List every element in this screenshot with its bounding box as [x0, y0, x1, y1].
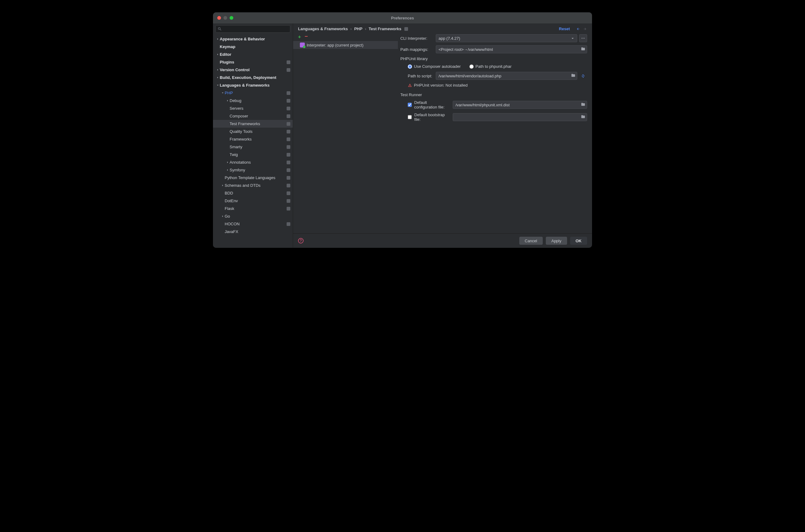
sidebar-item-label: PHP — [225, 91, 287, 95]
window-title: Preferences — [391, 16, 414, 20]
default-config-browse-button[interactable] — [581, 102, 585, 108]
sidebar-item-dotenv[interactable]: DotEnv — [213, 197, 293, 205]
preferences-window: Preferences Appearance & BehaviorKeymapE… — [213, 12, 592, 248]
sidebar-item-test-frameworks[interactable]: Test Frameworks — [213, 120, 293, 128]
project-badge-icon — [287, 114, 290, 118]
sidebar-item-frameworks[interactable]: Frameworks — [213, 135, 293, 143]
composer-autoloader-radio-input[interactable] — [408, 64, 412, 69]
project-badge-icon — [287, 222, 290, 226]
sidebar-item-appearance-behavior[interactable]: Appearance & Behavior — [213, 35, 293, 43]
sidebar-item-label: Languages & Frameworks — [220, 83, 290, 88]
composer-autoloader-radio[interactable]: Use Composer autoloader — [408, 64, 461, 69]
cli-interpreter-browse-button[interactable] — [579, 34, 587, 42]
sidebar-item-quality-tools[interactable]: Quality Tools — [213, 128, 293, 135]
sidebar-item-version-control[interactable]: Version Control — [213, 66, 293, 74]
crumb-php[interactable]: PHP — [354, 26, 362, 31]
project-badge-icon — [404, 27, 408, 31]
project-badge-icon — [287, 160, 290, 164]
list-item-label: Interpreter: app (current project) — [307, 43, 363, 48]
remove-button[interactable]: − — [305, 34, 308, 40]
sidebar-item-plugins[interactable]: Plugins — [213, 58, 293, 66]
interpreter-list-item[interactable]: Interpreter: app (current project) — [293, 41, 398, 49]
sidebar-item-label: Schemas and DTDs — [225, 183, 287, 188]
path-mappings-label: Path mappings: — [400, 47, 436, 52]
sidebar-item-label: Annotations — [230, 160, 287, 165]
list-toolbar: + − — [293, 33, 398, 41]
default-bootstrap-browse-button[interactable] — [581, 115, 585, 120]
path-to-script-input[interactable] — [436, 72, 577, 80]
sidebar-item-twig[interactable]: Twig — [213, 151, 293, 158]
sidebar-item-annotations[interactable]: Annotations — [213, 158, 293, 166]
default-config-checkbox[interactable] — [408, 103, 412, 107]
ok-button[interactable]: OK — [570, 237, 588, 245]
project-badge-icon — [287, 68, 290, 72]
sidebar-item-keymap[interactable]: Keymap — [213, 43, 293, 51]
folder-icon — [581, 47, 585, 51]
sidebar-item-flask[interactable]: Flask — [213, 205, 293, 212]
sidebar-item-composer[interactable]: Composer — [213, 112, 293, 120]
help-button[interactable]: ? — [298, 238, 304, 244]
crumb-test-frameworks: Test Frameworks — [369, 26, 401, 31]
sidebar-item-servers[interactable]: Servers — [213, 104, 293, 112]
project-badge-icon — [287, 60, 290, 64]
sidebar-item-hocon[interactable]: HOCON — [213, 220, 293, 228]
default-bootstrap-input[interactable] — [453, 113, 587, 121]
project-badge-icon — [287, 153, 290, 156]
phar-path-radio[interactable]: Path to phpunit.phar — [469, 64, 512, 69]
phpunit-status-text: PHPUnit version: Not installed — [414, 83, 467, 88]
search-input[interactable] — [215, 25, 290, 33]
project-badge-icon — [287, 99, 290, 103]
sidebar-item-symfony[interactable]: Symfony — [213, 166, 293, 174]
crumb-lang-frameworks[interactable]: Languages & Frameworks — [298, 26, 348, 31]
sidebar-item-schemas-and-dtds[interactable]: Schemas and DTDs — [213, 182, 293, 189]
sidebar-item-debug[interactable]: Debug — [213, 97, 293, 104]
sidebar-item-label: Smarty — [230, 145, 287, 149]
sidebar-item-bdd[interactable]: BDD — [213, 189, 293, 197]
path-to-script-label: Path to script: — [400, 74, 436, 78]
sidebar-item-languages-frameworks[interactable]: Languages & Frameworks — [213, 81, 293, 89]
sidebar-item-go[interactable]: Go — [213, 212, 293, 220]
project-badge-icon — [287, 91, 290, 95]
close-icon[interactable] — [217, 16, 221, 20]
chevron-right-icon: › — [350, 26, 352, 31]
sidebar-item-label: Frameworks — [230, 137, 287, 141]
path-mappings-browse-button[interactable] — [581, 47, 585, 52]
sidebar-item-php[interactable]: PHP — [213, 89, 293, 97]
cli-interpreter-select[interactable]: app (7.4.27) — [436, 34, 577, 42]
apply-button[interactable]: Apply — [546, 237, 567, 245]
error-icon — [408, 83, 412, 88]
path-mappings-input[interactable] — [436, 45, 587, 53]
sidebar-item-label: Servers — [230, 106, 287, 111]
path-to-script-browse-button[interactable] — [571, 73, 575, 79]
default-config-label: Default configuration file: — [414, 100, 450, 110]
sidebar: Appearance & BehaviorKeymapEditorPlugins… — [213, 23, 293, 248]
titlebar: Preferences — [213, 12, 592, 23]
phar-path-radio-input[interactable] — [469, 64, 474, 69]
project-badge-icon — [287, 137, 290, 141]
sidebar-item-build-execution-deployment[interactable]: Build, Execution, Deployment — [213, 74, 293, 81]
svg-point-0 — [581, 38, 582, 39]
svg-point-1 — [583, 38, 583, 39]
footer: ? Cancel Apply OK — [293, 233, 592, 248]
chevron-icon — [215, 69, 220, 71]
default-bootstrap-checkbox[interactable] — [408, 115, 412, 119]
reset-button[interactable]: Reset — [559, 26, 570, 31]
sidebar-item-label: Twig — [230, 152, 287, 157]
sidebar-item-javafx[interactable]: JavaFX — [213, 228, 293, 235]
sidebar-item-smarty[interactable]: Smarty — [213, 143, 293, 151]
maximize-icon[interactable] — [230, 16, 233, 20]
sidebar-item-python-template-languages[interactable]: Python Template Languages — [213, 174, 293, 182]
back-icon[interactable] — [576, 27, 580, 31]
cancel-button[interactable]: Cancel — [519, 237, 543, 245]
sidebar-item-editor[interactable]: Editor — [213, 51, 293, 58]
sidebar-item-label: Keymap — [220, 44, 290, 49]
add-button[interactable]: + — [298, 34, 301, 40]
folder-icon — [571, 73, 575, 78]
refresh-button[interactable] — [579, 72, 587, 80]
default-config-input[interactable] — [453, 101, 587, 109]
chevron-right-icon: › — [365, 26, 366, 31]
search-icon — [217, 27, 222, 31]
minimize-icon[interactable] — [224, 16, 227, 20]
window-controls — [217, 16, 233, 20]
project-badge-icon — [287, 122, 290, 126]
